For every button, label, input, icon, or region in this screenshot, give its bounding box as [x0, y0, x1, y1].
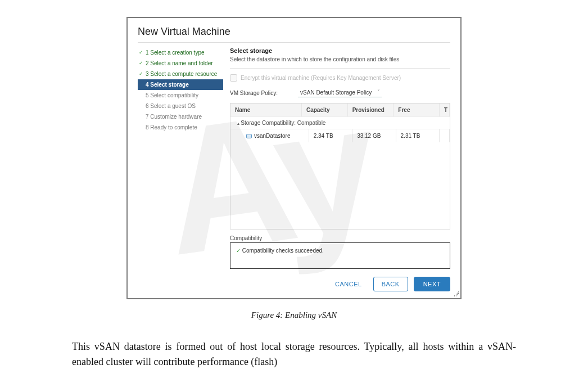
- back-button[interactable]: BACK: [373, 277, 408, 291]
- col-name[interactable]: Name: [230, 104, 302, 116]
- step-customize-hw[interactable]: 7 Customize hardware: [138, 111, 223, 122]
- datastore-name: vsanDatastore: [254, 133, 290, 139]
- step-select-storage[interactable]: 4 Select storage: [138, 79, 223, 90]
- cancel-button[interactable]: CANCEL: [329, 277, 368, 291]
- new-vm-dialog: New Virtual Machine 1 Select a creation …: [126, 17, 462, 299]
- compat-group[interactable]: Storage Compatibility: Compatible: [230, 116, 450, 129]
- datastore-grid: Name Capacity Provisioned Free T Storage…: [230, 103, 450, 230]
- col-t[interactable]: T: [440, 104, 450, 116]
- wizard-steps: 1 Select a creation type 2 Select a name…: [138, 47, 223, 295]
- encrypt-label: Encrypt this virtual machine (Requires K…: [241, 75, 401, 81]
- resize-handle-icon[interactable]: [453, 291, 459, 296]
- col-free[interactable]: Free: [393, 104, 440, 116]
- step-creation-type[interactable]: 1 Select a creation type: [138, 47, 223, 58]
- step-guest-os[interactable]: 6 Select a guest OS: [138, 101, 223, 111]
- datastore-provisioned: 33.12 GB: [352, 129, 396, 142]
- col-capacity[interactable]: Capacity: [302, 104, 348, 116]
- dialog-actions: CANCEL BACK NEXT: [230, 269, 450, 295]
- grid-header: Name Capacity Provisioned Free T: [230, 104, 450, 116]
- compat-heading: Compatibility: [230, 235, 450, 241]
- step-name-folder[interactable]: 2 Select a name and folder: [138, 58, 223, 69]
- datastore-free: 2.31 TB: [396, 129, 440, 142]
- encrypt-checkbox: [230, 74, 237, 82]
- datastore-icon: [246, 134, 252, 138]
- datastore-t: [440, 129, 450, 142]
- pane-subtitle: Select the datastore in which to store t…: [230, 54, 450, 69]
- pane-title: Select storage: [230, 47, 450, 54]
- figure-caption: Figure 4: Enabling vSAN: [34, 310, 554, 320]
- step-compatibility[interactable]: 5 Select compatibility: [138, 90, 223, 101]
- grid-empty-area: [230, 142, 450, 229]
- compat-message: Compatibility checks succeeded.: [236, 248, 444, 254]
- encrypt-row: Encrypt this virtual machine (Requires K…: [230, 69, 450, 88]
- next-button[interactable]: NEXT: [414, 277, 450, 291]
- col-provisioned[interactable]: Provisioned: [348, 104, 394, 116]
- storage-policy-select[interactable]: vSAN Default Storage Policy: [298, 88, 382, 97]
- compat-box: Compatibility checks succeeded.: [230, 242, 450, 269]
- step-ready[interactable]: 8 Ready to complete: [138, 122, 223, 133]
- datastore-capacity: 2.34 TB: [309, 129, 352, 142]
- step-compute-resource[interactable]: 3 Select a compute resource: [138, 69, 223, 79]
- storage-pane: Select storage Select the datastore in w…: [230, 47, 450, 295]
- body-paragraph: This vSAN datastore is formed out of hos…: [72, 339, 516, 370]
- datastore-row[interactable]: vsanDatastore 2.34 TB 33.12 GB 2.31 TB: [230, 129, 450, 142]
- dialog-title: New Virtual Machine: [138, 26, 450, 43]
- policy-label: VM Storage Policy:: [230, 90, 278, 96]
